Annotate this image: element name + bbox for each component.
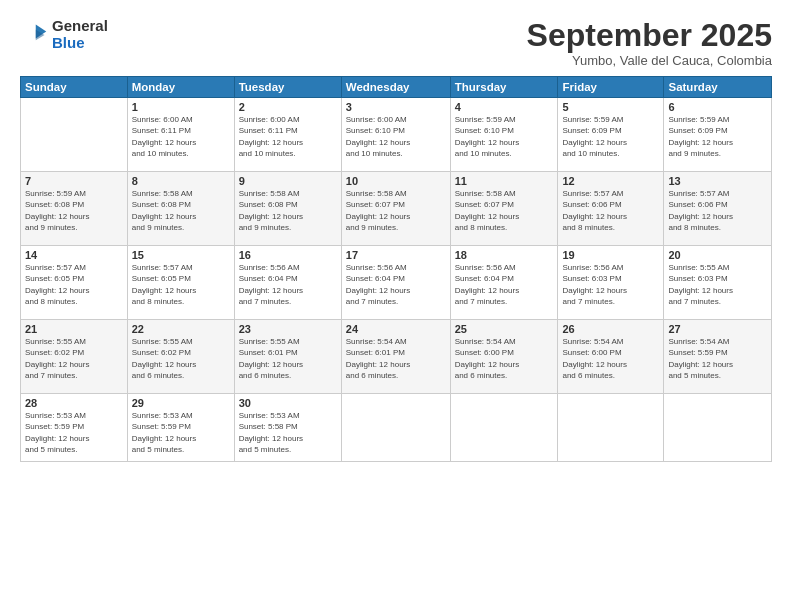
calendar-cell [21,98,128,172]
day-number: 29 [132,397,230,409]
cell-info: Sunrise: 5:55 AM Sunset: 6:02 PM Dayligh… [132,336,230,381]
week-row-2: 7Sunrise: 5:59 AM Sunset: 6:08 PM Daylig… [21,172,772,246]
logo: General Blue [20,18,108,51]
week-row-5: 28Sunrise: 5:53 AM Sunset: 5:59 PM Dayli… [21,394,772,462]
calendar-cell: 6Sunrise: 5:59 AM Sunset: 6:09 PM Daylig… [664,98,772,172]
cell-info: Sunrise: 5:55 AM Sunset: 6:03 PM Dayligh… [668,262,767,307]
calendar-cell [341,394,450,462]
day-number: 2 [239,101,337,113]
day-number: 9 [239,175,337,187]
calendar-cell: 18Sunrise: 5:56 AM Sunset: 6:04 PM Dayli… [450,246,558,320]
cell-info: Sunrise: 5:55 AM Sunset: 6:02 PM Dayligh… [25,336,123,381]
calendar-cell: 21Sunrise: 5:55 AM Sunset: 6:02 PM Dayli… [21,320,128,394]
month-title: September 2025 [527,18,772,53]
calendar-cell: 9Sunrise: 5:58 AM Sunset: 6:08 PM Daylig… [234,172,341,246]
weekday-header-thursday: Thursday [450,77,558,98]
cell-info: Sunrise: 6:00 AM Sunset: 6:10 PM Dayligh… [346,114,446,159]
day-number: 12 [562,175,659,187]
location: Yumbo, Valle del Cauca, Colombia [527,53,772,68]
day-number: 25 [455,323,554,335]
cell-info: Sunrise: 5:56 AM Sunset: 6:04 PM Dayligh… [455,262,554,307]
weekday-header-row: SundayMondayTuesdayWednesdayThursdayFrid… [21,77,772,98]
cell-info: Sunrise: 5:55 AM Sunset: 6:01 PM Dayligh… [239,336,337,381]
day-number: 16 [239,249,337,261]
week-row-4: 21Sunrise: 5:55 AM Sunset: 6:02 PM Dayli… [21,320,772,394]
calendar-cell [664,394,772,462]
cell-info: Sunrise: 5:58 AM Sunset: 6:08 PM Dayligh… [132,188,230,233]
calendar-cell: 11Sunrise: 5:58 AM Sunset: 6:07 PM Dayli… [450,172,558,246]
calendar-cell: 30Sunrise: 5:53 AM Sunset: 5:58 PM Dayli… [234,394,341,462]
day-number: 1 [132,101,230,113]
cell-info: Sunrise: 6:00 AM Sunset: 6:11 PM Dayligh… [239,114,337,159]
day-number: 20 [668,249,767,261]
calendar-cell: 4Sunrise: 5:59 AM Sunset: 6:10 PM Daylig… [450,98,558,172]
weekday-header-friday: Friday [558,77,664,98]
calendar-cell: 2Sunrise: 6:00 AM Sunset: 6:11 PM Daylig… [234,98,341,172]
weekday-header-wednesday: Wednesday [341,77,450,98]
day-number: 18 [455,249,554,261]
cell-info: Sunrise: 5:57 AM Sunset: 6:06 PM Dayligh… [668,188,767,233]
calendar-cell: 24Sunrise: 5:54 AM Sunset: 6:01 PM Dayli… [341,320,450,394]
day-number: 14 [25,249,123,261]
calendar-cell: 26Sunrise: 5:54 AM Sunset: 6:00 PM Dayli… [558,320,664,394]
calendar-cell: 14Sunrise: 5:57 AM Sunset: 6:05 PM Dayli… [21,246,128,320]
calendar: SundayMondayTuesdayWednesdayThursdayFrid… [20,76,772,462]
week-row-3: 14Sunrise: 5:57 AM Sunset: 6:05 PM Dayli… [21,246,772,320]
day-number: 8 [132,175,230,187]
day-number: 3 [346,101,446,113]
day-number: 30 [239,397,337,409]
weekday-header-saturday: Saturday [664,77,772,98]
calendar-cell: 27Sunrise: 5:54 AM Sunset: 5:59 PM Dayli… [664,320,772,394]
cell-info: Sunrise: 5:59 AM Sunset: 6:08 PM Dayligh… [25,188,123,233]
cell-info: Sunrise: 5:56 AM Sunset: 6:03 PM Dayligh… [562,262,659,307]
cell-info: Sunrise: 6:00 AM Sunset: 6:11 PM Dayligh… [132,114,230,159]
day-number: 19 [562,249,659,261]
cell-info: Sunrise: 5:58 AM Sunset: 6:07 PM Dayligh… [455,188,554,233]
calendar-cell: 20Sunrise: 5:55 AM Sunset: 6:03 PM Dayli… [664,246,772,320]
logo-icon [20,21,48,49]
cell-info: Sunrise: 5:54 AM Sunset: 6:01 PM Dayligh… [346,336,446,381]
calendar-cell [450,394,558,462]
weekday-header-sunday: Sunday [21,77,128,98]
calendar-cell: 16Sunrise: 5:56 AM Sunset: 6:04 PM Dayli… [234,246,341,320]
cell-info: Sunrise: 5:56 AM Sunset: 6:04 PM Dayligh… [239,262,337,307]
cell-info: Sunrise: 5:58 AM Sunset: 6:07 PM Dayligh… [346,188,446,233]
day-number: 24 [346,323,446,335]
weekday-header-tuesday: Tuesday [234,77,341,98]
day-number: 15 [132,249,230,261]
calendar-cell: 13Sunrise: 5:57 AM Sunset: 6:06 PM Dayli… [664,172,772,246]
header: General Blue September 2025 Yumbo, Valle… [20,18,772,68]
day-number: 26 [562,323,659,335]
title-block: September 2025 Yumbo, Valle del Cauca, C… [527,18,772,68]
day-number: 28 [25,397,123,409]
weekday-header-monday: Monday [127,77,234,98]
calendar-cell: 23Sunrise: 5:55 AM Sunset: 6:01 PM Dayli… [234,320,341,394]
cell-info: Sunrise: 5:59 AM Sunset: 6:09 PM Dayligh… [562,114,659,159]
cell-info: Sunrise: 5:54 AM Sunset: 5:59 PM Dayligh… [668,336,767,381]
calendar-cell: 28Sunrise: 5:53 AM Sunset: 5:59 PM Dayli… [21,394,128,462]
week-row-1: 1Sunrise: 6:00 AM Sunset: 6:11 PM Daylig… [21,98,772,172]
calendar-cell: 29Sunrise: 5:53 AM Sunset: 5:59 PM Dayli… [127,394,234,462]
day-number: 4 [455,101,554,113]
cell-info: Sunrise: 5:57 AM Sunset: 6:05 PM Dayligh… [25,262,123,307]
cell-info: Sunrise: 5:54 AM Sunset: 6:00 PM Dayligh… [562,336,659,381]
day-number: 22 [132,323,230,335]
cell-info: Sunrise: 5:53 AM Sunset: 5:59 PM Dayligh… [25,410,123,455]
cell-info: Sunrise: 5:53 AM Sunset: 5:58 PM Dayligh… [239,410,337,455]
calendar-cell: 15Sunrise: 5:57 AM Sunset: 6:05 PM Dayli… [127,246,234,320]
day-number: 13 [668,175,767,187]
calendar-cell: 22Sunrise: 5:55 AM Sunset: 6:02 PM Dayli… [127,320,234,394]
cell-info: Sunrise: 5:56 AM Sunset: 6:04 PM Dayligh… [346,262,446,307]
day-number: 10 [346,175,446,187]
calendar-cell: 25Sunrise: 5:54 AM Sunset: 6:00 PM Dayli… [450,320,558,394]
cell-info: Sunrise: 5:59 AM Sunset: 6:09 PM Dayligh… [668,114,767,159]
calendar-cell: 8Sunrise: 5:58 AM Sunset: 6:08 PM Daylig… [127,172,234,246]
day-number: 5 [562,101,659,113]
calendar-cell: 17Sunrise: 5:56 AM Sunset: 6:04 PM Dayli… [341,246,450,320]
day-number: 11 [455,175,554,187]
cell-info: Sunrise: 5:54 AM Sunset: 6:00 PM Dayligh… [455,336,554,381]
day-number: 21 [25,323,123,335]
cell-info: Sunrise: 5:58 AM Sunset: 6:08 PM Dayligh… [239,188,337,233]
calendar-cell: 1Sunrise: 6:00 AM Sunset: 6:11 PM Daylig… [127,98,234,172]
cell-info: Sunrise: 5:59 AM Sunset: 6:10 PM Dayligh… [455,114,554,159]
